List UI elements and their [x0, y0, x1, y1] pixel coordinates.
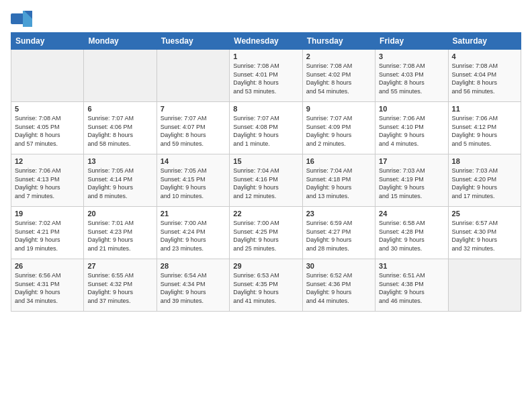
day-info: Sunrise: 6:58 AM Sunset: 4:28 PM Dayligh… [379, 219, 444, 253]
day-number: 17 [379, 157, 444, 165]
calendar-cell [11, 50, 84, 102]
day-number: 16 [306, 157, 371, 165]
calendar-cell: 31Sunrise: 6:51 AM Sunset: 4:38 PM Dayli… [375, 259, 448, 312]
calendar-cell: 3Sunrise: 7:08 AM Sunset: 4:03 PM Daylig… [375, 50, 448, 102]
calendar-cell: 10Sunrise: 7:06 AM Sunset: 4:10 PM Dayli… [375, 102, 448, 154]
calendar-cell: 11Sunrise: 7:06 AM Sunset: 4:12 PM Dayli… [448, 102, 521, 154]
day-info: Sunrise: 6:52 AM Sunset: 4:36 PM Dayligh… [306, 271, 371, 305]
day-info: Sunrise: 7:07 AM Sunset: 4:09 PM Dayligh… [306, 114, 371, 148]
day-info: Sunrise: 6:53 AM Sunset: 4:35 PM Dayligh… [233, 271, 298, 305]
calendar-cell: 1Sunrise: 7:08 AM Sunset: 4:01 PM Daylig… [230, 50, 302, 102]
day-info: Sunrise: 7:05 AM Sunset: 4:15 PM Dayligh… [161, 167, 226, 200]
day-info: Sunrise: 6:57 AM Sunset: 4:30 PM Dayligh… [452, 219, 517, 253]
col-saturday: Saturday [448, 33, 521, 50]
calendar-cell: 26Sunrise: 6:56 AM Sunset: 4:31 PM Dayli… [11, 259, 84, 312]
calendar-cell: 12Sunrise: 7:06 AM Sunset: 4:13 PM Dayli… [11, 154, 84, 207]
calendar-cell [157, 50, 229, 102]
calendar-cell: 21Sunrise: 7:00 AM Sunset: 4:24 PM Dayli… [157, 207, 229, 259]
day-info: Sunrise: 7:07 AM Sunset: 4:06 PM Dayligh… [87, 114, 152, 148]
col-monday: Monday [84, 33, 157, 50]
day-number: 26 [15, 262, 80, 270]
day-number: 23 [306, 210, 371, 218]
day-info: Sunrise: 7:07 AM Sunset: 4:08 PM Dayligh… [233, 114, 298, 148]
calendar-cell: 29Sunrise: 6:53 AM Sunset: 4:35 PM Dayli… [230, 259, 302, 312]
calendar-header: Sunday Monday Tuesday Wednesday Thursday… [11, 33, 521, 50]
day-number: 5 [15, 105, 80, 113]
day-number: 4 [452, 52, 517, 60]
day-info: Sunrise: 7:00 AM Sunset: 4:25 PM Dayligh… [233, 219, 298, 253]
day-number: 14 [161, 157, 226, 165]
day-info: Sunrise: 6:55 AM Sunset: 4:32 PM Dayligh… [87, 271, 152, 305]
day-number: 20 [87, 210, 152, 218]
day-number: 11 [452, 105, 517, 113]
day-info: Sunrise: 7:06 AM Sunset: 4:12 PM Dayligh… [452, 114, 517, 148]
calendar-week-2: 5Sunrise: 7:08 AM Sunset: 4:05 PM Daylig… [11, 102, 521, 154]
calendar-cell: 14Sunrise: 7:05 AM Sunset: 4:15 PM Dayli… [157, 154, 229, 207]
day-number: 30 [306, 262, 371, 270]
calendar-cell: 30Sunrise: 6:52 AM Sunset: 4:36 PM Dayli… [302, 259, 375, 312]
day-info: Sunrise: 7:05 AM Sunset: 4:14 PM Dayligh… [87, 167, 152, 200]
day-number: 21 [161, 210, 226, 218]
col-sunday: Sunday [11, 33, 84, 50]
logo-icon [11, 8, 30, 27]
col-wednesday: Wednesday [230, 33, 302, 50]
calendar-cell [84, 50, 157, 102]
col-thursday: Thursday [302, 33, 375, 50]
day-number: 31 [379, 262, 444, 270]
calendar-week-4: 19Sunrise: 7:02 AM Sunset: 4:21 PM Dayli… [11, 207, 521, 259]
day-number: 19 [15, 210, 80, 218]
calendar-cell: 18Sunrise: 7:03 AM Sunset: 4:20 PM Dayli… [448, 154, 521, 207]
day-number: 29 [233, 262, 298, 270]
calendar-cell: 2Sunrise: 7:08 AM Sunset: 4:02 PM Daylig… [302, 50, 375, 102]
calendar-cell: 5Sunrise: 7:08 AM Sunset: 4:05 PM Daylig… [11, 102, 84, 154]
day-info: Sunrise: 7:08 AM Sunset: 4:03 PM Dayligh… [379, 62, 444, 95]
day-info: Sunrise: 7:08 AM Sunset: 4:04 PM Dayligh… [452, 62, 517, 95]
logo [11, 8, 32, 27]
day-number: 10 [379, 105, 444, 113]
day-info: Sunrise: 6:51 AM Sunset: 4:38 PM Dayligh… [379, 271, 444, 305]
day-number: 2 [306, 52, 371, 60]
calendar-cell: 27Sunrise: 6:55 AM Sunset: 4:32 PM Dayli… [84, 259, 157, 312]
day-info: Sunrise: 7:08 AM Sunset: 4:01 PM Dayligh… [233, 62, 298, 95]
day-number: 8 [233, 105, 298, 113]
calendar-week-3: 12Sunrise: 7:06 AM Sunset: 4:13 PM Dayli… [11, 154, 521, 207]
day-number: 24 [379, 210, 444, 218]
calendar-cell: 9Sunrise: 7:07 AM Sunset: 4:09 PM Daylig… [302, 102, 375, 154]
calendar-cell: 24Sunrise: 6:58 AM Sunset: 4:28 PM Dayli… [375, 207, 448, 259]
day-number: 22 [233, 210, 298, 218]
calendar-cell: 4Sunrise: 7:08 AM Sunset: 4:04 PM Daylig… [448, 50, 521, 102]
calendar-cell: 19Sunrise: 7:02 AM Sunset: 4:21 PM Dayli… [11, 207, 84, 259]
day-number: 7 [161, 105, 226, 113]
calendar-cell: 16Sunrise: 7:04 AM Sunset: 4:18 PM Dayli… [302, 154, 375, 207]
day-number: 25 [452, 210, 517, 218]
day-number: 18 [452, 157, 517, 165]
calendar: Sunday Monday Tuesday Wednesday Thursday… [11, 32, 521, 312]
calendar-cell: 20Sunrise: 7:01 AM Sunset: 4:23 PM Dayli… [84, 207, 157, 259]
day-info: Sunrise: 7:06 AM Sunset: 4:10 PM Dayligh… [379, 114, 444, 148]
day-info: Sunrise: 7:04 AM Sunset: 4:16 PM Dayligh… [233, 167, 298, 200]
col-friday: Friday [375, 33, 448, 50]
day-info: Sunrise: 7:08 AM Sunset: 4:02 PM Dayligh… [306, 62, 371, 95]
calendar-week-1: 1Sunrise: 7:08 AM Sunset: 4:01 PM Daylig… [11, 50, 521, 102]
calendar-cell: 7Sunrise: 7:07 AM Sunset: 4:07 PM Daylig… [157, 102, 229, 154]
day-info: Sunrise: 7:04 AM Sunset: 4:18 PM Dayligh… [306, 167, 371, 200]
day-info: Sunrise: 7:03 AM Sunset: 4:19 PM Dayligh… [379, 167, 444, 200]
calendar-cell: 6Sunrise: 7:07 AM Sunset: 4:06 PM Daylig… [84, 102, 157, 154]
day-number: 28 [161, 262, 226, 270]
calendar-cell: 25Sunrise: 6:57 AM Sunset: 4:30 PM Dayli… [448, 207, 521, 259]
page-header [11, 8, 521, 27]
day-number: 3 [379, 52, 444, 60]
day-number: 1 [233, 52, 298, 60]
day-number: 9 [306, 105, 371, 113]
day-info: Sunrise: 6:59 AM Sunset: 4:27 PM Dayligh… [306, 219, 371, 253]
day-info: Sunrise: 6:56 AM Sunset: 4:31 PM Dayligh… [15, 271, 80, 305]
day-info: Sunrise: 7:06 AM Sunset: 4:13 PM Dayligh… [15, 167, 80, 200]
day-info: Sunrise: 7:01 AM Sunset: 4:23 PM Dayligh… [87, 219, 152, 253]
day-info: Sunrise: 7:00 AM Sunset: 4:24 PM Dayligh… [161, 219, 226, 253]
day-number: 15 [233, 157, 298, 165]
day-number: 13 [87, 157, 152, 165]
calendar-cell: 23Sunrise: 6:59 AM Sunset: 4:27 PM Dayli… [302, 207, 375, 259]
calendar-cell: 13Sunrise: 7:05 AM Sunset: 4:14 PM Dayli… [84, 154, 157, 207]
day-info: Sunrise: 7:03 AM Sunset: 4:20 PM Dayligh… [452, 167, 517, 200]
day-info: Sunrise: 6:54 AM Sunset: 4:34 PM Dayligh… [161, 271, 226, 305]
